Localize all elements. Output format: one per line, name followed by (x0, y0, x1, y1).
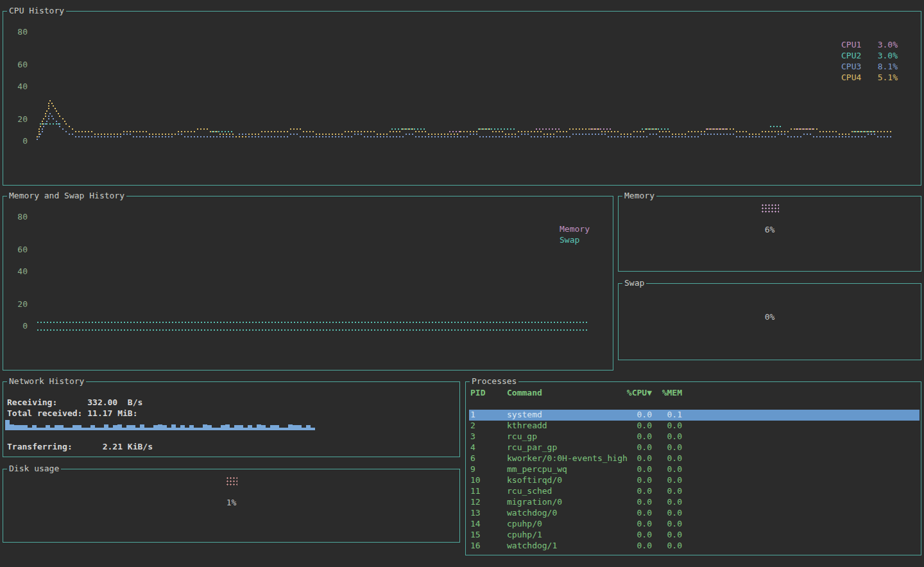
process-row[interactable]: 4rcu_par_gp0.00.0 (469, 442, 920, 453)
cpu-legend-value: 3.0% (878, 39, 898, 50)
network-sparkline-bar (293, 425, 297, 430)
network-sparkline-bar (64, 428, 68, 430)
network-sparkline-bar (144, 428, 149, 430)
network-sparkline-bar (122, 428, 126, 430)
process-command: migration/0 (507, 497, 626, 508)
process-mem: 0.0 (652, 464, 682, 475)
cpu-legend-value: 3.0% (878, 50, 898, 61)
process-row[interactable]: 15cpuhp/10.00.0 (469, 530, 920, 541)
process-command: ksoftirqd/0 (507, 475, 626, 486)
network-sparkline-bar (126, 425, 131, 430)
memory-legend-label: Memory (560, 223, 590, 234)
cpu-legend-value: 5.1% (878, 72, 898, 83)
process-command: mm_percpu_wq (507, 464, 626, 475)
process-row[interactable]: 10ksoftirqd/00.00.0 (469, 475, 920, 486)
network-transferring-stats: Transferring: 2.21 KiB/s (7, 441, 153, 452)
disk-donut-icon (226, 476, 237, 485)
column-header-pid[interactable]: PID (470, 388, 507, 399)
network-sparkline-bar (5, 420, 10, 430)
process-mem: 0.0 (652, 475, 682, 486)
network-sparkline-bar (99, 428, 104, 430)
network-sparkline-bar (95, 428, 99, 430)
process-row[interactable]: 9mm_percpu_wq0.00.0 (469, 464, 920, 475)
process-pid: 13 (470, 508, 507, 519)
process-row[interactable]: 13watchdog/00.00.0 (469, 508, 920, 519)
process-pid: 6 (470, 453, 507, 464)
cpu-legend-label: CPU4 (841, 72, 861, 83)
process-cpu: 0.0 (626, 541, 652, 552)
process-cpu: 0.0 (626, 530, 652, 541)
network-history-panel: Network History Receiving: 332.00 B/s To… (3, 381, 460, 457)
process-row[interactable]: 6kworker/0:0H-events_high0.00.0 (469, 453, 920, 464)
network-sparkline-bar (297, 425, 302, 430)
network-sparkline-bar (176, 428, 180, 430)
network-sparkline-bar (171, 424, 176, 430)
network-sparkline-bar (207, 425, 212, 430)
network-sparkline-bar (131, 425, 135, 430)
network-sparkline-bar (117, 424, 122, 430)
process-mem: 0.0 (652, 486, 682, 497)
process-cpu: 0.0 (626, 475, 652, 486)
process-mem: 0.0 (652, 432, 682, 442)
network-sparkline-bar (23, 425, 28, 430)
process-cpu: 0.0 (626, 421, 652, 432)
network-sparkline-bar (135, 428, 140, 430)
process-pid: 2 (470, 421, 507, 432)
cpu-history-panel: CPU History 806040200 CPU13.0%CPU23.0%CP… (3, 11, 921, 186)
process-row[interactable]: 3rcu_gp0.00.0 (469, 432, 920, 442)
memory-donut-icon (761, 204, 779, 213)
process-pid: 4 (470, 442, 507, 453)
process-cpu: 0.0 (626, 486, 652, 497)
network-sparkline-bar (311, 428, 315, 430)
network-sparkline-bar (288, 424, 293, 430)
cpu-legend-label: CPU1 (841, 39, 861, 50)
process-command: rcu_par_gp (507, 442, 626, 453)
network-sparkline-bar (279, 428, 284, 430)
process-command: kthreadd (507, 421, 626, 432)
y-axis-tick: 40 (7, 82, 28, 91)
memory-swap-legend: MemorySwap (560, 223, 590, 245)
network-sparkline-bar (239, 425, 243, 430)
process-pid: 16 (470, 541, 507, 552)
disk-percent: 1% (3, 498, 459, 507)
memory-gauge-title: Memory (622, 191, 656, 200)
process-cpu: 0.0 (626, 497, 652, 508)
y-axis-tick: 60 (7, 245, 28, 254)
process-row[interactable]: 16watchdog/10.00.0 (469, 541, 920, 552)
process-row[interactable]: 12migration/00.00.0 (469, 497, 920, 508)
network-sparkline-bar (59, 425, 64, 430)
column-header-mem[interactable]: %MEM (652, 388, 682, 399)
process-mem: 0.0 (652, 530, 682, 541)
swap-percent: 0% (619, 312, 921, 322)
process-row[interactable]: 11rcu_sched0.00.0 (469, 486, 920, 497)
network-sparkline-bar (50, 428, 55, 430)
network-sparkline-bar (37, 428, 41, 430)
network-sparkline-bar (10, 424, 14, 430)
column-header-cpu-sorted[interactable]: %CPU▼ (626, 388, 652, 399)
network-sparkline-bar (306, 425, 311, 430)
network-sparkline-bar (248, 425, 252, 430)
network-sparkline-bar (81, 428, 86, 430)
system-monitor-dashboard: CPU History 806040200 CPU13.0%CPU23.0%CP… (0, 0, 924, 567)
process-table-header: PID Command %CPU▼ %MEM (469, 388, 920, 399)
process-mem: 0.1 (652, 410, 682, 421)
network-sparkline-bar (180, 425, 185, 430)
cpu-legend-label: CPU2 (841, 50, 861, 61)
process-command: rcu_sched (507, 486, 626, 497)
network-sparkline-bar (68, 428, 73, 430)
network-sparkline-bar (73, 425, 77, 430)
network-sparkline-bar (90, 425, 95, 430)
process-command: cpuhp/1 (507, 530, 626, 541)
network-sparkline-bar (32, 425, 37, 430)
network-sparkline-bar (86, 428, 90, 430)
process-pid: 1 (470, 410, 507, 421)
cpu-graph-area (37, 12, 893, 150)
processes-panel: Processes PID Command %CPU▼ %MEM 1system… (465, 381, 921, 555)
process-pid: 15 (470, 530, 507, 541)
process-row[interactable]: 1systemd0.00.1 (469, 410, 920, 421)
network-sparkline-bar (108, 428, 113, 430)
process-pid: 14 (470, 519, 507, 530)
column-header-command[interactable]: Command (507, 388, 626, 399)
process-row[interactable]: 14cpuhp/00.00.0 (469, 519, 920, 530)
process-row[interactable]: 2kthreadd0.00.0 (469, 421, 920, 432)
